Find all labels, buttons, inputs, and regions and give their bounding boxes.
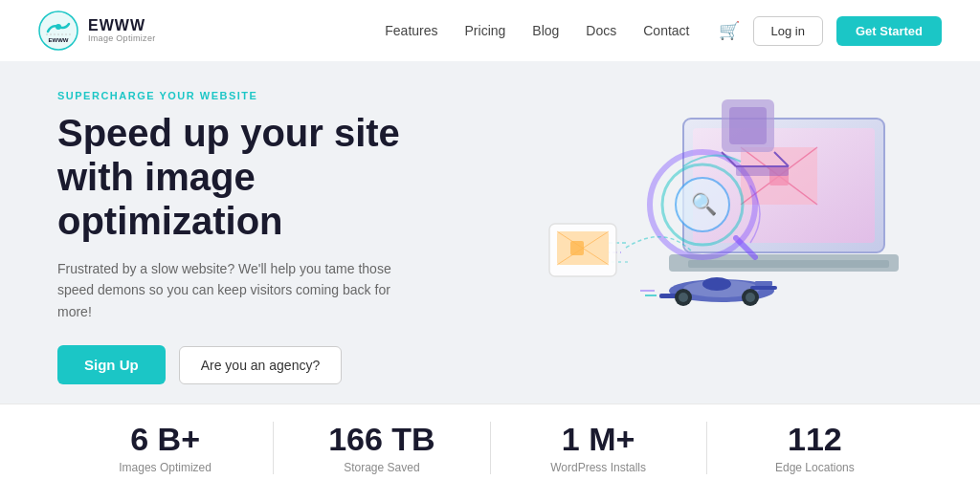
hero-eyebrow: SUPERCHARGE YOUR WEBSITE bbox=[57, 90, 459, 101]
agency-button[interactable]: Are you an agency? bbox=[179, 346, 343, 384]
get-started-button[interactable]: Get Started bbox=[836, 16, 942, 46]
svg-rect-41 bbox=[570, 241, 584, 255]
stats-bar: 6 B+ Images Optimized 166 TB Storage Sav… bbox=[0, 404, 980, 480]
hero-section: SUPERCHARGE YOUR WEBSITE Speed up your s… bbox=[0, 61, 980, 404]
svg-rect-10 bbox=[688, 260, 889, 268]
logo-area: EWWW EWWW Image Optimizer bbox=[38, 11, 156, 51]
nav-item-blog[interactable]: Blog bbox=[532, 22, 559, 39]
nav-item-features[interactable]: Features bbox=[385, 22, 437, 39]
cart-icon[interactable]: 🛒 bbox=[719, 20, 740, 41]
stat-wordpress: 1 M+ WordPress Installs bbox=[491, 422, 707, 473]
svg-text:🔍: 🔍 bbox=[691, 191, 718, 217]
svg-point-0 bbox=[39, 11, 78, 50]
logo-icon: EWWW bbox=[38, 11, 78, 51]
svg-point-1 bbox=[56, 24, 61, 30]
hero-content: SUPERCHARGE YOUR WEBSITE Speed up your s… bbox=[57, 90, 459, 384]
stat-edge: 112 Edge Locations bbox=[707, 422, 923, 473]
stat-images-label: Images Optimized bbox=[119, 461, 212, 474]
svg-rect-29 bbox=[750, 286, 777, 290]
signup-button[interactable]: Sign Up bbox=[57, 345, 166, 384]
nav-links: Features Pricing Blog Docs Contact bbox=[385, 22, 689, 39]
brand-name: EWWW bbox=[88, 17, 156, 34]
brand-tagline: Image Optimizer bbox=[88, 34, 156, 44]
hero-illustration: 🔍 bbox=[473, 71, 951, 367]
svg-rect-21 bbox=[736, 166, 789, 176]
navbar: EWWW EWWW Image Optimizer Features Prici… bbox=[0, 0, 980, 61]
stat-storage-label: Storage Saved bbox=[344, 461, 419, 474]
stat-wordpress-label: WordPress Installs bbox=[550, 461, 646, 474]
stat-storage: 166 TB Storage Saved bbox=[274, 422, 490, 473]
hero-subtext: Frustrated by a slow website? We'll help… bbox=[57, 258, 402, 322]
svg-rect-30 bbox=[755, 281, 772, 286]
hero-headline: Speed up your site with image optimizati… bbox=[57, 111, 459, 243]
svg-point-32 bbox=[679, 293, 688, 302]
svg-point-34 bbox=[746, 293, 755, 302]
svg-point-27 bbox=[702, 277, 731, 291]
nav-item-contact[interactable]: Contact bbox=[643, 22, 689, 39]
nav-actions: 🛒 Log in Get Started bbox=[719, 16, 943, 46]
svg-text:EWWW: EWWW bbox=[49, 37, 69, 43]
stat-images: 6 B+ Images Optimized bbox=[57, 422, 274, 473]
login-button[interactable]: Log in bbox=[753, 16, 823, 46]
hero-buttons: Sign Up Are you an agency? bbox=[57, 345, 459, 384]
stat-images-value: 6 B+ bbox=[130, 422, 200, 457]
stat-wordpress-value: 1 M+ bbox=[562, 422, 635, 457]
stat-storage-value: 166 TB bbox=[328, 422, 435, 457]
svg-rect-17 bbox=[729, 107, 767, 144]
stat-edge-value: 112 bbox=[788, 422, 842, 457]
nav-item-pricing[interactable]: Pricing bbox=[465, 22, 506, 39]
logo-text: EWWW Image Optimizer bbox=[88, 17, 156, 43]
nav-item-docs[interactable]: Docs bbox=[586, 22, 616, 39]
stat-edge-label: Edge Locations bbox=[775, 461, 855, 474]
